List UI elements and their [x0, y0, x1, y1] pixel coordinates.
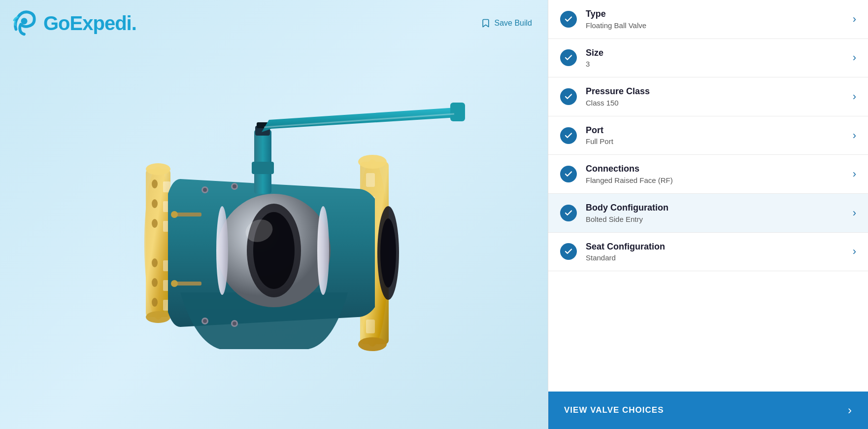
config-item-body_configuration[interactable]: Body Configuration Bolted Side Entry ›	[548, 194, 868, 233]
config-text-size: Size 3	[586, 48, 847, 69]
config-item-connections[interactable]: Connections Flanged Raised Face (RF) ›	[548, 155, 868, 194]
config-value-type: Floating Ball Valve	[586, 21, 847, 30]
left-panel: GoExpedi. Save Build	[0, 0, 548, 429]
chevron-icon-body_configuration: ›	[853, 207, 856, 219]
config-value-body_configuration: Bolted Side Entry	[586, 215, 847, 223]
svg-point-11	[152, 298, 158, 307]
svg-point-40	[317, 206, 329, 295]
config-label-seat_configuration: Seat Configuration	[586, 242, 847, 252]
chevron-icon-port: ›	[853, 129, 856, 142]
config-label-connections: Connections	[586, 164, 847, 175]
svg-point-39	[216, 206, 228, 295]
check-icon-connections	[560, 166, 577, 182]
config-item-port[interactable]: Port Full Port ›	[548, 116, 868, 155]
right-panel: Type Floating Ball Valve › Size 3 ›	[548, 0, 868, 429]
svg-rect-51	[174, 282, 201, 286]
config-label-type: Type	[586, 9, 847, 20]
arrow-icon: ›	[848, 403, 852, 417]
svg-point-21	[358, 337, 387, 351]
chevron-icon-connections: ›	[853, 168, 856, 180]
save-build-label: Save Build	[495, 19, 533, 28]
chevron-icon-pressure_class: ›	[853, 90, 856, 103]
checkmark-body_configuration	[564, 209, 573, 217]
svg-rect-27	[366, 320, 375, 333]
config-value-pressure_class: Class 150	[586, 99, 847, 107]
config-text-pressure_class: Pressure Class Class 150	[586, 86, 847, 107]
checkmark-seat_configuration	[564, 247, 573, 256]
checkmark-pressure_class	[564, 92, 573, 101]
svg-point-10	[152, 278, 158, 287]
chevron-icon-type: ›	[853, 13, 856, 26]
header: GoExpedi. Save Build	[0, 0, 548, 37]
svg-point-0	[21, 18, 27, 24]
svg-point-46	[203, 319, 207, 323]
check-icon-seat_configuration	[560, 243, 577, 260]
view-valve-choices-button[interactable]: VIEW VALVE CHOICES ›	[548, 392, 868, 429]
checkmark-type	[564, 15, 573, 24]
logo: GoExpedi.	[10, 9, 136, 37]
check-icon-pressure_class	[560, 88, 577, 105]
svg-rect-34	[450, 103, 465, 121]
chevron-icon-size: ›	[853, 51, 856, 64]
config-text-seat_configuration: Seat Configuration Standard	[586, 242, 847, 262]
svg-point-6	[152, 179, 158, 188]
config-value-port: Full Port	[586, 137, 847, 145]
svg-point-8	[152, 219, 158, 228]
check-icon-type	[560, 11, 577, 28]
checkmark-connections	[564, 170, 573, 179]
logo-icon	[10, 9, 38, 37]
config-list: Type Floating Ball Valve › Size 3 ›	[548, 0, 868, 392]
config-text-body_configuration: Body Configuration Bolted Side Entry	[586, 203, 847, 223]
svg-point-4	[146, 163, 170, 175]
config-label-port: Port	[586, 125, 847, 136]
logo-text: GoExpedi.	[43, 12, 136, 35]
view-choices-label: VIEW VALVE CHOICES	[564, 405, 664, 415]
save-build-button[interactable]: Save Build	[481, 18, 533, 28]
svg-rect-49	[174, 213, 201, 216]
config-label-size: Size	[586, 48, 847, 59]
checkmark-size	[564, 53, 573, 62]
svg-rect-31	[252, 162, 274, 174]
check-icon-size	[560, 49, 577, 66]
config-value-seat_configuration: Standard	[586, 253, 847, 262]
config-item-type[interactable]: Type Floating Ball Valve ›	[548, 0, 868, 39]
config-item-size[interactable]: Size 3 ›	[548, 39, 868, 78]
checkmark-port	[564, 131, 573, 140]
svg-point-50	[171, 211, 178, 218]
valve-illustration	[82, 75, 466, 381]
valve-image-area	[0, 37, 548, 429]
config-label-body_configuration: Body Configuration	[586, 203, 847, 214]
svg-point-9	[152, 258, 158, 267]
svg-point-44	[233, 184, 236, 188]
svg-rect-22	[366, 173, 375, 187]
config-text-type: Type Floating Ball Valve	[586, 9, 847, 30]
config-text-connections: Connections Flanged Raised Face (RF)	[586, 164, 847, 184]
svg-point-20	[358, 155, 387, 169]
config-value-size: 3	[586, 60, 847, 68]
svg-point-7	[152, 199, 158, 208]
svg-point-42	[203, 188, 207, 192]
bookmark-icon	[481, 18, 491, 28]
config-label-pressure_class: Pressure Class	[586, 86, 847, 97]
svg-point-52	[171, 280, 178, 287]
chevron-icon-seat_configuration: ›	[853, 245, 856, 258]
config-item-pressure_class[interactable]: Pressure Class Class 150 ›	[548, 77, 868, 116]
config-text-port: Port Full Port	[586, 125, 847, 146]
svg-point-48	[233, 322, 236, 325]
config-value-connections: Flanged Raised Face (RF)	[586, 176, 847, 184]
svg-point-5	[146, 311, 170, 323]
config-item-seat_configuration[interactable]: Seat Configuration Standard ›	[548, 233, 868, 272]
check-icon-body_configuration	[560, 205, 577, 221]
svg-point-29	[380, 218, 396, 287]
check-icon-port	[560, 127, 577, 144]
